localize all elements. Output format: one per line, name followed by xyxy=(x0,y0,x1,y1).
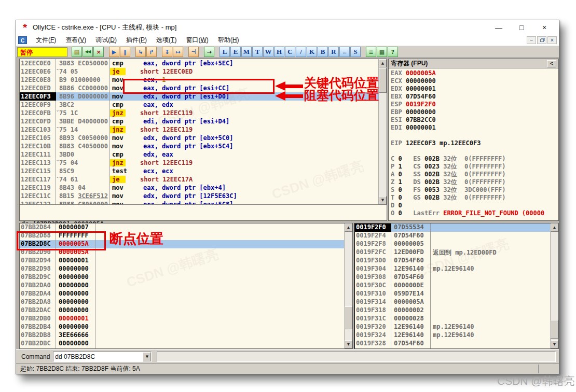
stack-row[interactable]: 0019F30C0000000E xyxy=(355,282,558,290)
log-options-button[interactable]: ≡ xyxy=(366,47,376,57)
step-into-button[interactable]: ↳ xyxy=(135,47,146,57)
register-line[interactable]: EAX 0000005A xyxy=(391,69,556,77)
disasm-row[interactable]: 12EEC10B 8B83 C4050000moveax, dword ptr … xyxy=(20,142,387,150)
stack-row[interactable]: 0019F3140000005A xyxy=(355,298,558,306)
scroll-down-icon[interactable]: ▼ xyxy=(551,340,558,348)
stack-row[interactable]: 0019F2F007D55534 xyxy=(355,223,558,232)
disasm-row[interactable]: 12EEC0E6ˇ74 05jeshort 12EEC0ED xyxy=(20,67,387,76)
scroll-down-icon[interactable]: ▼ xyxy=(345,340,352,348)
stack-row[interactable]: 0019F32C07D54F60 xyxy=(355,348,558,348)
run-button[interactable]: ▶ xyxy=(109,47,119,57)
letter-button-E[interactable]: E xyxy=(230,47,241,57)
letter-button-H[interactable]: H xyxy=(274,47,284,57)
open-file-button[interactable]: ▤ xyxy=(72,47,82,57)
stack-row[interactable]: 0019F32412E96140mp.12E96140 xyxy=(355,331,558,340)
stack-row[interactable]: 0019F32807D54F60 xyxy=(355,340,558,348)
animate-into-button[interactable]: ↧ xyxy=(162,47,172,57)
register-line[interactable]: P 1 CS 0023 32位 0(FFFFFFFF) xyxy=(391,163,556,171)
maximize-button[interactable]: □ xyxy=(510,21,533,34)
mdi-minimize-button[interactable]: – xyxy=(527,36,536,44)
letter-button-L[interactable]: L xyxy=(220,47,230,57)
scroll-up-icon[interactable]: ▲ xyxy=(345,223,352,232)
scrollbar-thumb[interactable] xyxy=(379,68,387,93)
scrollbar-thumb[interactable] xyxy=(551,320,558,339)
stack-row[interactable]: 0019F2F800000005 xyxy=(355,240,558,248)
menu-item-5[interactable]: 选项(T) xyxy=(152,35,181,46)
letter-button-dots[interactable]: ... xyxy=(339,47,350,57)
scroll-down-icon[interactable]: ▼ xyxy=(379,196,387,204)
letter-button-C[interactable]: C xyxy=(285,47,295,57)
stack-row[interactable]: 0019F31C00000028 xyxy=(355,315,558,323)
collapse-button[interactable]: < xyxy=(547,60,556,67)
register-line[interactable]: ECX 00000000 xyxy=(391,77,556,85)
stack-row[interactable]: 0019F31800000002 xyxy=(355,306,558,315)
register-line[interactable]: D 0 xyxy=(391,202,556,209)
goto-button[interactable]: → xyxy=(204,47,214,57)
register-line[interactable]: EIP 12EEC0F3 mp.12EEC0F3 xyxy=(391,139,556,147)
letter-button-T[interactable]: T xyxy=(252,47,263,57)
register-line[interactable] xyxy=(391,147,556,155)
until-return-button[interactable]: →| xyxy=(188,47,199,57)
letter-button-K[interactable]: K xyxy=(307,47,317,57)
mdi-close-button[interactable]: × xyxy=(547,36,557,44)
menu-item-7[interactable]: 帮助(H) xyxy=(213,35,244,46)
stack-scrollbar[interactable]: ▲ ▼ xyxy=(550,223,558,348)
letter-button-slash[interactable]: / xyxy=(296,47,306,57)
stack-row[interactable]: 0019F30807D54F60 xyxy=(355,273,558,282)
mdi-restore-button[interactable] xyxy=(537,36,546,44)
dump-row[interactable]: 07BB2DB83EE66666 xyxy=(20,331,352,340)
dump-row[interactable]: 07BB2DA800000000 xyxy=(20,298,352,306)
dump-row[interactable]: 07BB2D8400000007 xyxy=(20,223,352,232)
scrollbar-thumb[interactable] xyxy=(345,306,352,329)
menu-item-2[interactable]: 查看(V) xyxy=(61,35,91,46)
letter-button-S[interactable]: S xyxy=(350,47,361,57)
animate-over-button[interactable]: ↦ xyxy=(173,47,183,57)
disasm-row[interactable]: 12EEC111 3BD0cmpedx, eax xyxy=(20,150,387,159)
register-line[interactable]: A 0 SS 002B 32位 0(FFFFFFFF) xyxy=(391,171,556,178)
stack-row[interactable]: 0019F32012E96140mp.12E96140 xyxy=(355,323,558,331)
register-line[interactable]: T 0 GS 002B 32位 0(FFFFFFFF) xyxy=(391,194,556,202)
command-combobox[interactable]: ▼ xyxy=(53,352,152,362)
register-line[interactable]: O 0 LastErr ERROR_FILE_NOT_FOUND (00000 xyxy=(391,209,556,217)
menu-item-6[interactable]: 窗口(W) xyxy=(181,35,213,46)
dump-row[interactable]: 07BB2DBC00000000 xyxy=(20,340,352,348)
dump-row[interactable]: 07BB2DAC00000000 xyxy=(20,306,352,315)
command-input[interactable] xyxy=(53,352,143,361)
letter-button-M[interactable]: M xyxy=(241,47,252,57)
chevron-down-icon[interactable]: ▼ xyxy=(143,352,151,361)
register-line[interactable]: EDI 00000001 xyxy=(391,124,556,132)
register-line[interactable]: ESI 07BB2CC0 xyxy=(391,116,556,124)
restart-button[interactable]: ◀◀ xyxy=(83,47,93,57)
dump-row[interactable]: 07BB2DB400000000 xyxy=(20,323,352,331)
disasm-row[interactable]: 12EEC122 8B88 C8050000movecx, dword ptr … xyxy=(20,200,387,204)
cpu-window-icon[interactable]: C xyxy=(18,36,27,44)
menu-item-4[interactable]: 插件(P) xyxy=(121,35,152,46)
register-line[interactable]: EBP 00000000 xyxy=(391,108,556,116)
stack-row[interactable]: 0019F2F407D54F60 xyxy=(355,232,558,240)
close-program-button[interactable]: × xyxy=(93,47,104,57)
step-over-button[interactable]: ↱ xyxy=(146,47,157,57)
scroll-up-icon[interactable]: ▲ xyxy=(551,223,558,232)
close-button[interactable]: × xyxy=(533,21,556,34)
dump-row[interactable]: 07BB2D9C00000000 xyxy=(20,273,352,282)
disasm-row[interactable]: 12EEC103ˇ75 14jnzshort 12EEC119 xyxy=(20,125,387,134)
register-line[interactable]: S 0 FS 0053 32位 3DC000(FFF) xyxy=(391,186,556,194)
disasm-row[interactable]: 12EEC0FD 3BBE D4000000cmpedi, dword ptr … xyxy=(20,117,387,125)
disasm-row[interactable]: 12EEC0E0 3B83 EC050000cmpeax, dword ptr … xyxy=(20,59,387,67)
stack-row[interactable]: 0019F310059D7E14 xyxy=(355,290,558,298)
dump-row[interactable]: 07BB2DA400000000 xyxy=(20,290,352,298)
minimize-button[interactable]: — xyxy=(487,21,510,34)
letter-button-W[interactable]: W xyxy=(263,47,273,57)
register-line[interactable]: Z 1 DS 002B 32位 0(FFFFFFFF) xyxy=(391,178,556,186)
help-button[interactable]: ? xyxy=(388,47,398,57)
register-line[interactable]: C 0 ES 002B 32位 0(FFFFFFFF) xyxy=(391,155,556,163)
register-line[interactable]: EBX 07D54F60 xyxy=(391,93,556,101)
scroll-up-icon[interactable]: ▲ xyxy=(379,59,387,67)
appearance-button[interactable]: ▦ xyxy=(377,47,387,57)
pause-button[interactable]: ‖ xyxy=(120,47,130,57)
disassembly-scrollbar[interactable]: ▲ ▼ xyxy=(378,59,387,204)
dump-scrollbar[interactable]: ▲ ▼ xyxy=(344,223,352,348)
menu-item-3[interactable]: 调试(D) xyxy=(91,35,121,46)
register-line[interactable]: EDX 00000001 xyxy=(391,85,556,93)
register-line[interactable]: ESP 0019F2F0 xyxy=(391,101,556,108)
